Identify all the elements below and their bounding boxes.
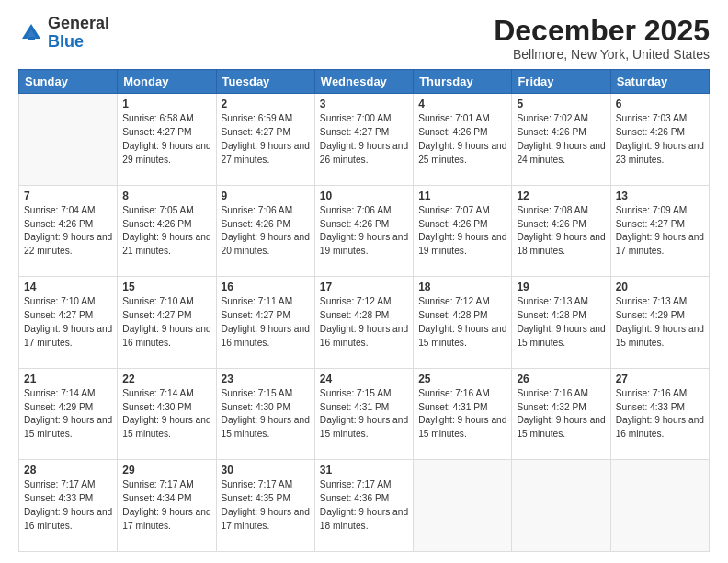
calendar-day: 27Sunrise: 7:16 AMSunset: 4:33 PMDayligh… [610,368,709,460]
day-number: 3 [320,98,408,110]
day-info: Sunrise: 6:58 AMSunset: 4:27 PMDaylight:… [122,112,210,167]
calendar-day: 24Sunrise: 7:15 AMSunset: 4:31 PMDayligh… [314,368,413,460]
day-number: 12 [517,190,605,202]
day-info: Sunrise: 7:02 AMSunset: 4:26 PMDaylight:… [517,112,605,167]
logo-text: General Blue [48,15,109,52]
calendar-header-wednesday: Wednesday [314,70,413,94]
day-number: 6 [616,98,704,110]
calendar-day: 21Sunrise: 7:14 AMSunset: 4:29 PMDayligh… [19,368,118,460]
calendar-week-1: 1Sunrise: 6:58 AMSunset: 4:27 PMDaylight… [19,94,710,186]
logo-general-text: General [48,14,109,32]
day-number: 10 [320,190,408,202]
day-number: 19 [517,281,605,293]
day-info: Sunrise: 7:14 AMSunset: 4:29 PMDaylight:… [24,387,112,442]
calendar-day: 18Sunrise: 7:12 AMSunset: 4:28 PMDayligh… [414,277,512,369]
day-number: 20 [616,281,704,293]
day-info: Sunrise: 7:07 AMSunset: 4:26 PMDaylight:… [418,204,506,259]
calendar-day: 17Sunrise: 7:12 AMSunset: 4:28 PMDayligh… [314,277,413,369]
day-number: 26 [517,373,605,385]
calendar-day: 22Sunrise: 7:14 AMSunset: 4:30 PMDayligh… [118,368,216,460]
day-info: Sunrise: 7:01 AMSunset: 4:26 PMDaylight:… [418,112,506,167]
calendar-table: SundayMondayTuesdayWednesdayThursdayFrid… [18,69,710,552]
day-info: Sunrise: 7:04 AMSunset: 4:26 PMDaylight:… [24,204,112,259]
day-number: 8 [122,190,210,202]
calendar-header-monday: Monday [118,70,216,94]
day-number: 9 [222,190,310,202]
day-info: Sunrise: 7:13 AMSunset: 4:28 PMDaylight:… [517,295,605,350]
day-info: Sunrise: 7:12 AMSunset: 4:28 PMDaylight:… [320,295,408,350]
day-number: 23 [222,373,310,385]
calendar-day: 13Sunrise: 7:09 AMSunset: 4:27 PMDayligh… [610,185,709,277]
calendar-header-thursday: Thursday [414,70,512,94]
day-info: Sunrise: 7:17 AMSunset: 4:36 PMDaylight:… [320,478,408,533]
day-number: 2 [222,98,310,110]
calendar-day: 16Sunrise: 7:11 AMSunset: 4:27 PMDayligh… [216,277,314,369]
calendar-day: 31Sunrise: 7:17 AMSunset: 4:36 PMDayligh… [314,460,413,552]
logo-blue-text: Blue [48,32,84,51]
calendar-day [512,460,610,552]
calendar-day: 29Sunrise: 7:17 AMSunset: 4:34 PMDayligh… [118,460,216,552]
day-info: Sunrise: 7:10 AMSunset: 4:27 PMDaylight:… [122,295,210,350]
calendar-day [414,460,512,552]
calendar-day: 25Sunrise: 7:16 AMSunset: 4:31 PMDayligh… [414,368,512,460]
calendar-day: 28Sunrise: 7:17 AMSunset: 4:33 PMDayligh… [19,460,118,552]
calendar-day: 12Sunrise: 7:08 AMSunset: 4:26 PMDayligh… [512,185,610,277]
calendar-day: 2Sunrise: 6:59 AMSunset: 4:27 PMDaylight… [216,94,314,186]
calendar-day: 4Sunrise: 7:01 AMSunset: 4:26 PMDaylight… [414,94,512,186]
logo: General Blue [18,15,109,52]
day-info: Sunrise: 7:16 AMSunset: 4:32 PMDaylight:… [517,387,605,442]
calendar-header-row: SundayMondayTuesdayWednesdayThursdayFrid… [19,70,710,94]
day-info: Sunrise: 7:16 AMSunset: 4:31 PMDaylight:… [418,387,506,442]
day-number: 31 [320,464,408,477]
day-number: 27 [616,373,704,385]
calendar-header-friday: Friday [512,70,610,94]
day-number: 18 [418,281,506,293]
day-info: Sunrise: 7:10 AMSunset: 4:27 PMDaylight:… [24,295,112,350]
day-number: 16 [222,281,310,293]
day-info: Sunrise: 7:06 AMSunset: 4:26 PMDaylight:… [222,204,310,259]
day-number: 24 [320,373,408,385]
calendar-week-2: 7Sunrise: 7:04 AMSunset: 4:26 PMDaylight… [19,185,710,277]
calendar-day: 20Sunrise: 7:13 AMSunset: 4:29 PMDayligh… [610,277,709,369]
day-number: 13 [616,190,704,202]
day-info: Sunrise: 7:00 AMSunset: 4:27 PMDaylight:… [320,112,408,167]
svg-rect-2 [28,37,35,40]
day-number: 5 [517,98,605,110]
header: General Blue December 2025 Bellmore, New… [18,15,710,62]
calendar-header-sunday: Sunday [19,70,118,94]
day-info: Sunrise: 7:03 AMSunset: 4:26 PMDaylight:… [616,112,704,167]
day-info: Sunrise: 7:16 AMSunset: 4:33 PMDaylight:… [616,387,704,442]
page-subtitle: Bellmore, New York, United States [494,47,710,62]
day-info: Sunrise: 7:05 AMSunset: 4:26 PMDaylight:… [122,204,210,259]
day-number: 11 [418,190,506,202]
calendar-week-3: 14Sunrise: 7:10 AMSunset: 4:27 PMDayligh… [19,277,710,369]
day-info: Sunrise: 7:17 AMSunset: 4:33 PMDaylight:… [24,478,112,533]
day-info: Sunrise: 7:17 AMSunset: 4:35 PMDaylight:… [222,478,310,533]
calendar-day: 1Sunrise: 6:58 AMSunset: 4:27 PMDaylight… [118,94,216,186]
day-number: 25 [418,373,506,385]
calendar-day: 19Sunrise: 7:13 AMSunset: 4:28 PMDayligh… [512,277,610,369]
page-title: December 2025 [494,15,710,47]
day-info: Sunrise: 6:59 AMSunset: 4:27 PMDaylight:… [222,112,310,167]
calendar-day: 8Sunrise: 7:05 AMSunset: 4:26 PMDaylight… [118,185,216,277]
day-info: Sunrise: 7:08 AMSunset: 4:26 PMDaylight:… [517,204,605,259]
day-info: Sunrise: 7:15 AMSunset: 4:31 PMDaylight:… [320,387,408,442]
day-info: Sunrise: 7:09 AMSunset: 4:27 PMDaylight:… [616,204,704,259]
calendar-day: 11Sunrise: 7:07 AMSunset: 4:26 PMDayligh… [414,185,512,277]
day-number: 29 [122,464,210,477]
calendar-day: 7Sunrise: 7:04 AMSunset: 4:26 PMDaylight… [19,185,118,277]
title-block: December 2025 Bellmore, New York, United… [494,15,710,62]
calendar-day: 30Sunrise: 7:17 AMSunset: 4:35 PMDayligh… [216,460,314,552]
day-number: 1 [122,98,210,110]
calendar-day: 10Sunrise: 7:06 AMSunset: 4:26 PMDayligh… [314,185,413,277]
day-number: 4 [418,98,506,110]
day-number: 30 [222,464,310,477]
day-number: 14 [24,281,112,293]
calendar-day: 6Sunrise: 7:03 AMSunset: 4:26 PMDaylight… [610,94,709,186]
day-number: 15 [122,281,210,293]
day-number: 22 [122,373,210,385]
calendar-day: 26Sunrise: 7:16 AMSunset: 4:32 PMDayligh… [512,368,610,460]
day-number: 7 [24,190,112,202]
day-info: Sunrise: 7:15 AMSunset: 4:30 PMDaylight:… [222,387,310,442]
calendar-day: 9Sunrise: 7:06 AMSunset: 4:26 PMDaylight… [216,185,314,277]
